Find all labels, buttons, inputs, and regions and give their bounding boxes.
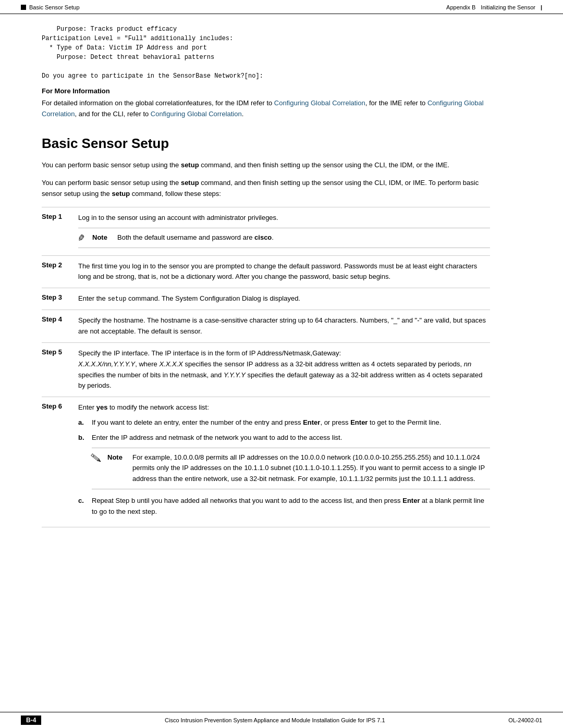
- sub-step: a.If you want to delete an entry, enter …: [78, 417, 490, 428]
- page-header: Basic Sensor Setup Appendix B Initializi…: [0, 0, 563, 14]
- code-block: Purpose: Tracks product efficacy Partici…: [42, 24, 490, 81]
- header-right: Appendix B Initializing the Sensor |: [446, 4, 542, 10]
- step-content: Specify the IP interface. The IP interfa…: [78, 342, 490, 397]
- paragraph-2: You can perform basic sensor setup using…: [42, 178, 490, 200]
- for-more-info-title: For More Information: [42, 87, 490, 95]
- para2-rest2: command, follow these steps:: [130, 190, 221, 198]
- link3[interactable]: Configuring Global Correlation: [151, 110, 242, 118]
- for-more-info-text: For detailed information on the global c…: [42, 98, 490, 120]
- step-label: Step 1: [42, 207, 78, 255]
- sub-step: b.Enter the IP address and netmask of th…: [78, 433, 490, 491]
- footer-page-num: B-4: [21, 715, 41, 725]
- section-heading: Basic Sensor Setup: [42, 135, 490, 152]
- step-content: Enter the setup command. The System Conf…: [78, 288, 490, 310]
- step-content: Enter yes to modify the network access l…: [78, 397, 490, 527]
- for-more-info-text-mid2: , and for the CLI, refer to: [75, 110, 151, 118]
- header-square-icon: [21, 5, 26, 10]
- step-row: Step 3Enter the setup command. The Syste…: [42, 288, 490, 310]
- sub-step: c.Repeat Step b until you have added all…: [78, 496, 490, 517]
- header-section-label: Basic Sensor Setup: [29, 4, 80, 10]
- para1-rest: command, and then finish setting up the …: [199, 161, 450, 169]
- page-footer: B-4 Cisco Intrusion Prevention System Ap…: [0, 712, 563, 728]
- step-row: Step 1Log in to the sensor using an acco…: [42, 207, 490, 255]
- para2-text: You can perform basic sensor setup using…: [42, 179, 181, 187]
- footer-doc-num: OL-24002-01: [508, 717, 542, 723]
- step-label: Step 4: [42, 310, 78, 343]
- main-content: Purpose: Tracks product efficacy Partici…: [0, 14, 563, 538]
- note-box: 🖉NoteFor example, 10.0.0.0/8 permits all…: [92, 448, 490, 489]
- step-row: Step 4Specify the hostname. The hostname…: [42, 310, 490, 343]
- step-label: Step 2: [42, 255, 78, 288]
- for-more-info-text-mid1: , for the IME refer to: [365, 99, 427, 107]
- paragraph-1: You can perform basic sensor setup using…: [42, 160, 490, 171]
- para2-bold: setup: [181, 179, 199, 187]
- header-left: Basic Sensor Setup: [21, 4, 80, 10]
- header-title: Initializing the Sensor: [481, 4, 535, 10]
- note-icon: 🖉: [92, 453, 101, 463]
- for-more-info-text-after: .: [242, 110, 244, 118]
- step-label: Step 3: [42, 288, 78, 310]
- steps-table: Step 1Log in to the sensor using an acco…: [42, 207, 490, 527]
- step-label: Step 6: [42, 397, 78, 527]
- for-more-info-section: For More Information For detailed inform…: [42, 87, 490, 120]
- step-label: Step 5: [42, 342, 78, 397]
- para1-bold: setup: [181, 161, 199, 169]
- step-row: Step 5Specify the IP interface. The IP i…: [42, 342, 490, 397]
- step-content: Log in to the sensor using an account wi…: [78, 207, 490, 255]
- step-content: The first time you log in to the sensor …: [78, 255, 490, 288]
- note-icon: ✎: [78, 233, 86, 243]
- header-pipe: |: [541, 4, 542, 10]
- step-row: Step 2The first time you log in to the s…: [42, 255, 490, 288]
- footer-doc-title: Cisco Intrusion Prevention System Applia…: [165, 717, 385, 723]
- link1[interactable]: Configuring Global Correlation: [274, 99, 365, 107]
- step-row: Step 6Enter yes to modify the network ac…: [42, 397, 490, 527]
- note-box: ✎NoteBoth the default username and passw…: [78, 228, 490, 248]
- step-content: Specify the hostname. The hostname is a …: [78, 310, 490, 343]
- para1-text: You can perform basic sensor setup using…: [42, 161, 181, 169]
- para2-bold2: setup: [112, 190, 130, 198]
- header-appendix: Appendix B: [446, 4, 475, 10]
- for-more-info-text-before: For detailed information on the global c…: [42, 99, 274, 107]
